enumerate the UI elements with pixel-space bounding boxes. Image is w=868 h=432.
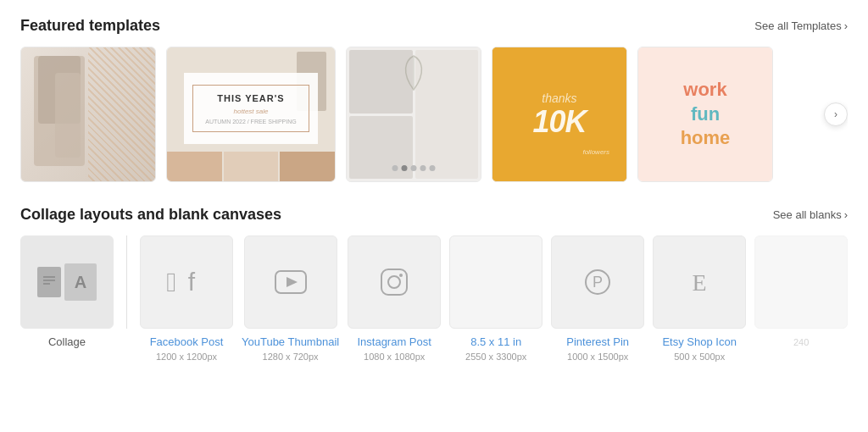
facebook-svg: f (176, 267, 207, 297)
collage-page-1 (37, 267, 61, 297)
print-size: 2550 x 3300px (465, 352, 526, 362)
template-2-overlay: THIS YEAR'S hottest sale AUTUMN 2022 / F… (184, 73, 318, 144)
facebook-symbol:  (166, 267, 176, 298)
youtube-label: YouTube Thumbnail (242, 335, 339, 350)
dot-5 (430, 165, 436, 171)
collage-pages: A (37, 263, 97, 301)
blank-card-youtube[interactable]: YouTube Thumbnail 1280 x 720px (242, 235, 339, 362)
template-5-word1: work (683, 79, 726, 101)
svg-rect-9 (381, 269, 407, 295)
pinterest-label: Pinterest Pin (566, 335, 629, 350)
svg-text:E: E (693, 269, 707, 296)
print-icon (449, 235, 542, 329)
svg-point-10 (388, 276, 400, 288)
collage-icon: A (20, 235, 114, 329)
pinterest-svg: P (583, 268, 612, 296)
template-1-inner (21, 47, 155, 181)
dot-1 (392, 165, 398, 171)
youtube-svg (275, 270, 307, 294)
svg-point-11 (399, 274, 403, 277)
facebook-icon:  f (140, 235, 233, 329)
blank-card-print[interactable]: 8.5 x 11 in 2550 x 3300px (449, 235, 542, 362)
template-2-caption: AUTUMN 2022 / FREE SHIPPING (200, 119, 302, 125)
svg-marker-8 (287, 277, 298, 287)
templates-row-wrapper: THIS YEAR'S hottest sale AUTUMN 2022 / F… (20, 47, 848, 182)
blanks-row: A Collage  f Facebook Post 1200 x 1200p… (20, 235, 848, 362)
see-all-blanks-link[interactable]: See all blanks › (773, 208, 848, 221)
blank-card-partial[interactable]: 240 (754, 235, 848, 347)
svg-rect-1 (55, 73, 81, 158)
template-5-word2: fun (691, 103, 720, 125)
etsy-svg: E (684, 267, 715, 297)
template-card-sale[interactable]: THIS YEAR'S hottest sale AUTUMN 2022 / F… (166, 47, 336, 182)
template-2-bottom (167, 152, 335, 181)
collage-page-2: A (64, 263, 97, 301)
partial-size: 240 (793, 337, 809, 347)
template-4-followers: followers (582, 148, 609, 156)
etsy-label: Etsy Shop Icon (662, 335, 736, 350)
template-card-10k[interactable]: thanks 10K followers (492, 47, 627, 182)
partial-icon (754, 235, 848, 329)
strip-2 (224, 152, 279, 181)
dot-4 (420, 165, 426, 171)
featured-title: Featured templates (20, 17, 160, 35)
instagram-size: 1080 x 1080px (364, 352, 425, 362)
template-2-main-title: THIS YEAR'S (200, 92, 302, 104)
template-4-inner: thanks 10K followers (492, 47, 626, 181)
youtube-icon (244, 235, 337, 329)
pinterest-size: 1000 x 1500px (567, 352, 628, 362)
print-label: 8.5 x 11 in (470, 335, 521, 350)
blanks-divider (126, 235, 127, 329)
etsy-size: 500 x 500px (674, 352, 725, 362)
svg-text:P: P (593, 274, 603, 291)
etsy-icon: E (653, 235, 746, 329)
template-3-dots (392, 165, 436, 171)
blank-card-collage[interactable]: A Collage (20, 235, 114, 350)
strip-3 (280, 152, 335, 181)
blanks-title: Collage layouts and blank canvases (20, 206, 281, 224)
templates-next-arrow[interactable]: › (824, 102, 848, 126)
blank-card-pinterest[interactable]: P Pinterest Pin 1000 x 1500px (551, 235, 644, 362)
collage-label: Collage (48, 335, 86, 350)
pinterest-icon: P (551, 235, 644, 329)
template-card-moodboard[interactable] (346, 47, 481, 182)
svg-text:f: f (188, 268, 196, 296)
leaf-svg (397, 52, 431, 94)
dot-2 (402, 165, 408, 171)
blanks-section-header: Collage layouts and blank canvases See a… (20, 206, 848, 224)
template-card-wfh[interactable]: work fun home (637, 47, 773, 182)
dot-3 (411, 165, 417, 171)
blank-card-facebook[interactable]:  f Facebook Post 1200 x 1200px (140, 235, 233, 362)
template-2-inner: THIS YEAR'S hottest sale AUTUMN 2022 / F… (167, 47, 335, 181)
blank-card-etsy[interactable]: E Etsy Shop Icon 500 x 500px (653, 235, 746, 362)
template-5-inner: work fun home (638, 47, 772, 181)
facebook-size: 1200 x 1200px (156, 352, 217, 362)
template-4-number: 10K (532, 107, 586, 137)
blanks-section: Collage layouts and blank canvases See a… (20, 206, 848, 362)
main-container: Featured templates See all Templates › (0, 0, 868, 379)
blank-card-instagram[interactable]: Instagram Post 1080 x 1080px (348, 235, 441, 362)
strip-1 (167, 152, 222, 181)
youtube-size: 1280 x 720px (263, 352, 319, 362)
template-2-border: THIS YEAR'S hottest sale AUTUMN 2022 / F… (192, 85, 309, 132)
see-all-templates-link[interactable]: See all Templates › (754, 19, 848, 32)
instagram-label: Instagram Post (357, 335, 431, 350)
template-4-text-group: thanks 10K (532, 91, 586, 137)
facebook-label: Facebook Post (150, 335, 224, 350)
collage-lines-svg (42, 273, 57, 291)
template-4-thanks: thanks (532, 91, 586, 105)
instagram-icon (348, 235, 441, 329)
template-card-fashion[interactable] (20, 47, 156, 182)
template-2-subtitle: hottest sale (200, 108, 302, 115)
template-5-word3: home (681, 127, 731, 149)
instagram-svg (380, 268, 409, 296)
fashion-svg (30, 56, 114, 174)
templates-row: THIS YEAR'S hottest sale AUTUMN 2022 / F… (20, 47, 848, 182)
featured-section-header: Featured templates See all Templates › (20, 17, 848, 35)
